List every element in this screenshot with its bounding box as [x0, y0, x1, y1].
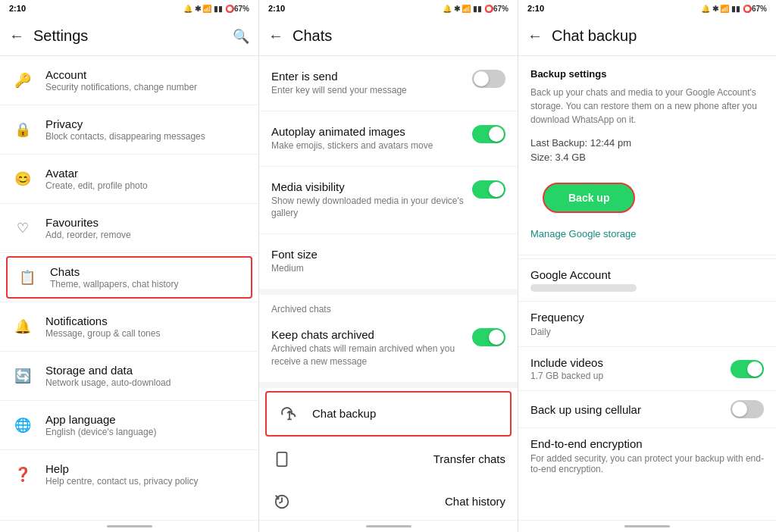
archived-section-header: Archived chats: [259, 298, 518, 318]
autoplay-toggle[interactable]: [472, 125, 505, 143]
privacy-label: Privacy: [45, 117, 246, 130]
chats-header: ← Chats: [259, 17, 518, 56]
notifications-icon: 🔔: [12, 316, 33, 337]
back-arrow-2[interactable]: ←: [268, 27, 283, 45]
include-videos-toggle[interactable]: [731, 360, 764, 378]
settings-list: 🔑 Account Security notifications, change…: [0, 56, 258, 520]
back-up-button[interactable]: Back up: [543, 183, 635, 213]
privacy-desc: Block contacts, disappearing messages: [45, 131, 246, 142]
autoplay-desc: Make emojis, stickers and avatars move: [271, 139, 472, 152]
frequency-value: Daily: [530, 327, 764, 337]
chat-history-icon: [271, 491, 293, 512]
chats-label: Chats: [50, 265, 242, 278]
settings-item-chats[interactable]: 📋 Chats Theme, wallpapers, chat history: [6, 256, 252, 299]
help-icon: ❓: [12, 464, 33, 485]
chat-backup-label: Chat backup: [312, 407, 376, 420]
notifications-label: Notifications: [45, 315, 246, 327]
google-account-bar: [530, 284, 637, 292]
settings-title: Settings: [33, 27, 224, 45]
keep-archived-toggle[interactable]: [472, 328, 505, 346]
settings-panel: 2:10 🔔 ✱ 📶 ▮▮ ⭕67% ← Settings 🔍 🔑 Accoun…: [0, 0, 259, 532]
cellular-row[interactable]: Back up using cellular: [518, 390, 776, 427]
chat-backup-item[interactable]: Chat backup: [265, 391, 512, 437]
enter-send-toggle[interactable]: [472, 70, 505, 88]
e2e-row[interactable]: End-to-end encryption For added security…: [518, 427, 776, 483]
font-size-value: Medium: [271, 262, 505, 275]
language-label: App language: [45, 413, 246, 426]
search-icon-1[interactable]: 🔍: [233, 28, 249, 45]
font-size-item[interactable]: Font size Medium: [259, 237, 518, 286]
settings-item-help[interactable]: ❓ Help Help centre, contact us, privacy …: [0, 453, 258, 496]
status-time-1: 2:10: [9, 4, 26, 13]
chats-desc: Theme, wallpapers, chat history: [50, 279, 242, 289]
chat-history-label: Chat history: [445, 495, 505, 508]
include-videos-desc: 1.7 GB backed up: [530, 371, 731, 381]
avatar-desc: Create, edit, profile photo: [45, 180, 246, 191]
last-backup-info: Last Backup: 12:44 pm: [518, 136, 776, 150]
account-icon: 🔑: [12, 70, 33, 91]
status-time-2: 2:10: [268, 4, 285, 13]
svg-rect-0: [277, 452, 287, 465]
media-visibility-toggle[interactable]: [472, 180, 505, 199]
include-videos-label: Include videos: [530, 356, 731, 369]
keep-archived-label: Keep chats archived: [271, 328, 472, 341]
chats-list: Enter is send Enter key will send your m…: [259, 56, 518, 520]
chat-backup-header: ← Chat backup: [518, 17, 776, 56]
settings-item-storage[interactable]: 🔄 Storage and data Network usage, auto-d…: [0, 355, 258, 397]
back-arrow-1[interactable]: ←: [9, 27, 24, 45]
frequency-row[interactable]: Frequency Daily: [518, 301, 776, 346]
backup-desc: Back up your chats and media to your Goo…: [518, 86, 776, 136]
language-desc: English (device's language): [45, 427, 246, 437]
favourites-icon: ♡: [12, 217, 33, 239]
bottom-indicator-3: [518, 520, 776, 532]
bottom-indicator-2: [259, 520, 518, 532]
settings-header: ← Settings 🔍: [0, 17, 258, 56]
status-icons-1: 🔔 ✱ 📶 ▮▮ ⭕67%: [183, 5, 249, 13]
transfer-chats-item[interactable]: Transfer chats: [259, 438, 518, 480]
help-label: Help: [45, 462, 246, 475]
settings-item-language[interactable]: 🌐 App language English (device's languag…: [0, 404, 258, 446]
settings-item-notifications[interactable]: 🔔 Notifications Message, group & call to…: [0, 305, 258, 348]
chats-panel: 2:10 🔔 ✱ 📶 ▮▮ ⭕67% ← Chats Enter is send…: [259, 0, 518, 532]
favourites-desc: Add, reorder, remove: [45, 230, 246, 240]
chat-history-item[interactable]: Chat history: [259, 480, 518, 520]
frequency-label: Frequency: [530, 311, 764, 324]
status-bar-3: 2:10 🔔 ✱ 📶 ▮▮ ⭕67%: [518, 0, 776, 17]
backup-content: Backup settings Back up your chats and m…: [518, 56, 776, 520]
avatar-label: Avatar: [45, 167, 246, 180]
back-arrow-3[interactable]: ←: [527, 27, 543, 45]
settings-item-favourites[interactable]: ♡ Favourites Add, reorder, remove: [0, 207, 258, 249]
keep-archived-item[interactable]: Keep chats archived Archived chats will …: [259, 318, 518, 379]
settings-item-account[interactable]: 🔑 Account Security notifications, change…: [0, 59, 258, 102]
status-bar-1: 2:10 🔔 ✱ 📶 ▮▮ ⭕67%: [0, 0, 258, 17]
cellular-label: Back up using cellular: [530, 403, 731, 416]
media-visibility-item[interactable]: Media visibility Show newly downloaded m…: [259, 170, 518, 231]
settings-item-avatar[interactable]: 😊 Avatar Create, edit, profile photo: [0, 158, 258, 200]
autoplay-label: Autoplay animated images: [271, 125, 472, 138]
avatar-icon: 😊: [12, 168, 33, 189]
e2e-desc: For added security, you can protect your…: [530, 453, 764, 474]
backup-settings-title: Backup settings: [518, 56, 776, 86]
chat-backup-icon: [279, 403, 300, 424]
chat-backup-panel: 2:10 🔔 ✱ 📶 ▮▮ ⭕67% ← Chat backup Backup …: [518, 0, 776, 532]
storage-label: Storage and data: [45, 364, 246, 377]
manage-storage-link[interactable]: Manage Google storage: [518, 225, 776, 252]
e2e-label: End-to-end encryption: [530, 437, 764, 450]
favourites-label: Favourites: [45, 216, 246, 229]
font-size-label: Font size: [271, 248, 505, 261]
privacy-icon: 🔒: [12, 119, 33, 140]
autoplay-item[interactable]: Autoplay animated images Make emojis, st…: [259, 114, 518, 163]
transfer-icon: [271, 449, 293, 470]
include-videos-row[interactable]: Include videos 1.7 GB backed up: [518, 346, 776, 390]
status-bar-2: 2:10 🔔 ✱ 📶 ▮▮ ⭕67%: [259, 0, 518, 17]
account-desc: Security notifications, change number: [45, 82, 246, 92]
cellular-toggle[interactable]: [731, 400, 764, 418]
language-icon: 🌐: [12, 415, 33, 436]
account-label: Account: [45, 68, 246, 81]
enter-send-label: Enter is send: [271, 70, 472, 83]
keep-archived-desc: Archived chats will remain archived when…: [271, 343, 472, 368]
bottom-indicator-1: [0, 520, 258, 532]
settings-item-privacy[interactable]: 🔒 Privacy Block contacts, disappearing m…: [0, 108, 258, 151]
notifications-desc: Message, group & call tones: [45, 328, 246, 339]
enter-send-item[interactable]: Enter is send Enter key will send your m…: [259, 59, 518, 108]
